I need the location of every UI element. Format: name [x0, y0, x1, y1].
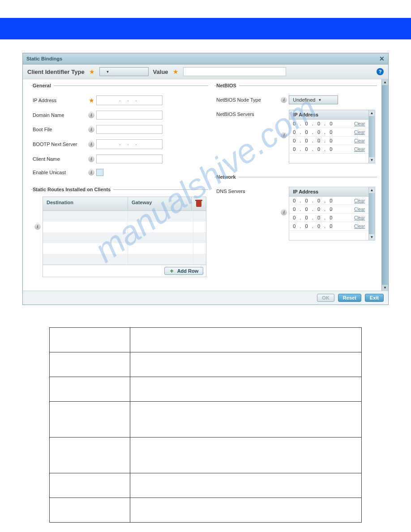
info-icon[interactable]: i: [34, 223, 41, 230]
ip-value[interactable]: 0 . 0 . 0 . 0: [293, 129, 351, 135]
client-id-type-select[interactable]: ▼: [99, 67, 149, 76]
client-id-type-label: Client Identifier Type: [27, 69, 85, 75]
domain-name-input[interactable]: [96, 111, 163, 120]
dialog-scrollbar[interactable]: ▲ ▼: [381, 79, 388, 291]
trash-icon[interactable]: [195, 200, 202, 207]
scrollbar[interactable]: ▲▼: [368, 110, 375, 163]
ip-value[interactable]: 0 . 0 . 0 . 0: [293, 121, 351, 126]
network-fieldset: Network DNS Servers i IP Address 0 . 0 .…: [214, 174, 377, 245]
static-routes-table: Destination Gateway: [43, 197, 206, 265]
static-routes-fieldset: Static Routes Installed on Clients i Des…: [31, 187, 208, 279]
list-item: 0 . 0 . 0 . 0Clear: [289, 120, 368, 128]
chevron-down-icon: ▼: [106, 70, 110, 74]
add-row-label: Add Row: [177, 268, 199, 274]
ip-value[interactable]: 0 . 0 . 0 . 0: [293, 138, 351, 143]
scroll-thumb[interactable]: [369, 116, 375, 157]
client-name-label: Client Name: [33, 156, 86, 162]
dialog-header-row: Client Identifier Type ★ ▼ Value ★ ?: [23, 64, 388, 79]
reset-button[interactable]: Reset: [338, 294, 361, 302]
general-legend: General: [33, 83, 54, 88]
info-icon[interactable]: i: [281, 97, 287, 103]
table-row: [43, 211, 206, 222]
list-item: 0 . 0 . 0 . 0Clear: [289, 205, 368, 214]
plus-icon: +: [169, 268, 175, 274]
bootp-next-server-input[interactable]: . . .: [96, 139, 163, 149]
netbios-node-type-label: NetBIOS Node Type: [216, 97, 279, 103]
doc-table: [49, 327, 362, 523]
gateway-header: Gateway: [128, 197, 192, 210]
client-name-input[interactable]: [96, 154, 163, 163]
value-input[interactable]: [183, 67, 286, 76]
clear-link[interactable]: Clear: [354, 138, 365, 143]
scroll-thumb[interactable]: [369, 193, 375, 234]
dialog-close-button[interactable]: ✕: [379, 55, 385, 62]
scroll-up-icon[interactable]: ▲: [383, 80, 387, 84]
info-icon[interactable]: i: [88, 169, 94, 176]
ip-value[interactable]: 0 . 0 . 0 . 0: [293, 198, 351, 203]
info-icon[interactable]: i: [88, 141, 94, 147]
dns-servers-list: IP Address 0 . 0 . 0 . 0Clear 0 . 0 . 0 …: [289, 187, 375, 240]
netbios-servers-label: NetBIOS Servers: [216, 110, 279, 117]
ip-address-input[interactable]: . . .: [96, 95, 163, 105]
ip-address-label: IP Address: [33, 98, 86, 103]
netbios-node-type-select[interactable]: Undefined ▼: [289, 95, 338, 104]
list-item: 0 . 0 . 0 . 0Clear: [289, 145, 368, 154]
table-row: [43, 243, 206, 254]
clear-link[interactable]: Clear: [354, 121, 365, 126]
add-row-button[interactable]: + Add Row: [164, 267, 204, 275]
boot-file-input[interactable]: [96, 125, 163, 134]
info-icon[interactable]: i: [88, 156, 94, 162]
scroll-down-icon[interactable]: ▼: [370, 158, 374, 162]
info-icon[interactable]: i: [281, 132, 287, 138]
static-bindings-dialog: Static Bindings ✕ Client Identifier Type…: [22, 53, 389, 305]
clear-link[interactable]: Clear: [354, 207, 365, 212]
ip-value[interactable]: 0 . 0 . 0 . 0: [293, 223, 351, 229]
list-item: 0 . 0 . 0 . 0Clear: [289, 128, 368, 137]
info-icon[interactable]: i: [88, 126, 94, 133]
clear-link[interactable]: Clear: [354, 215, 365, 220]
chevron-down-icon: ▼: [318, 98, 321, 102]
general-fieldset: General IP Address ★ . . . Domain Name i…: [31, 83, 208, 180]
required-star-icon: ★: [89, 97, 94, 104]
netbios-fieldset: NetBIOS NetBIOS Node Type i Undefined ▼ …: [214, 83, 377, 168]
table-row: [50, 377, 362, 402]
dialog-title: Static Bindings: [26, 56, 62, 61]
scroll-up-icon[interactable]: ▲: [370, 188, 374, 192]
info-icon[interactable]: i: [88, 112, 94, 118]
ok-button[interactable]: OK: [317, 294, 334, 302]
netbios-servers-list: IP Address 0 . 0 . 0 . 0Clear 0 . 0 . 0 …: [289, 110, 375, 163]
netbios-ip-header: IP Address: [289, 110, 368, 120]
list-item: 0 . 0 . 0 . 0Clear: [289, 197, 368, 205]
table-row: [50, 328, 362, 352]
list-item: 0 . 0 . 0 . 0Clear: [289, 137, 368, 145]
boot-file-label: Boot File: [33, 127, 86, 132]
clear-link[interactable]: Clear: [354, 224, 365, 229]
bootp-next-server-label: BOOTP Next Server: [33, 142, 86, 147]
ip-value[interactable]: 0 . 0 . 0 . 0: [293, 146, 351, 152]
scroll-up-icon[interactable]: ▲: [370, 111, 374, 115]
clear-link[interactable]: Clear: [354, 130, 365, 135]
info-icon[interactable]: i: [281, 209, 287, 215]
clear-link[interactable]: Clear: [354, 147, 365, 152]
dialog-titlebar: Static Bindings ✕: [23, 53, 388, 64]
table-row: [50, 352, 362, 377]
ip-value[interactable]: 0 . 0 . 0 . 0: [293, 206, 351, 212]
scroll-down-icon[interactable]: ▼: [370, 235, 374, 239]
scrollbar[interactable]: ▲▼: [368, 187, 375, 240]
table-row: [43, 232, 206, 243]
table-row: [50, 498, 362, 523]
exit-button[interactable]: Exit: [365, 294, 384, 302]
dialog-footer: OK Reset Exit: [23, 291, 388, 305]
clear-link[interactable]: Clear: [354, 198, 365, 203]
required-star-icon: ★: [173, 68, 179, 75]
ip-value[interactable]: 0 . 0 . 0 . 0: [293, 215, 351, 220]
dns-ip-header: IP Address: [289, 187, 368, 197]
scroll-down-icon[interactable]: ▼: [383, 286, 387, 290]
list-item: 0 . 0 . 0 . 0Clear: [289, 222, 368, 231]
enable-unicast-checkbox[interactable]: [96, 169, 103, 176]
scroll-thumb[interactable]: [382, 85, 388, 285]
netbios-legend: NetBIOS: [216, 83, 239, 88]
table-row: [50, 402, 362, 438]
page-top-bar: [0, 18, 411, 39]
help-icon[interactable]: ?: [377, 68, 384, 75]
